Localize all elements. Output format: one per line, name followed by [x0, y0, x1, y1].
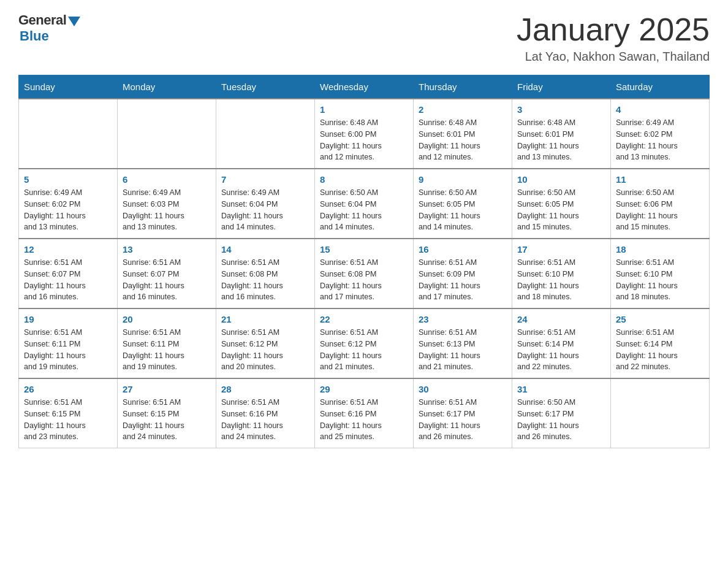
- calendar-cell: 20Sunrise: 6:51 AMSunset: 6:11 PMDayligh…: [118, 308, 216, 378]
- calendar-day-header: Monday: [118, 75, 216, 99]
- calendar-cell: 21Sunrise: 6:51 AMSunset: 6:12 PMDayligh…: [216, 308, 315, 378]
- calendar-day-header: Friday: [512, 75, 611, 99]
- calendar-cell: 2Sunrise: 6:48 AMSunset: 6:01 PMDaylight…: [414, 99, 512, 169]
- day-number: 8: [320, 174, 408, 185]
- calendar-cell: 8Sunrise: 6:50 AMSunset: 6:04 PMDaylight…: [315, 169, 414, 239]
- day-info: Sunrise: 6:49 AMSunset: 6:04 PMDaylight:…: [221, 187, 309, 233]
- day-number: 11: [616, 174, 704, 185]
- day-number: 4: [616, 104, 704, 115]
- calendar-cell: [611, 378, 710, 448]
- day-number: 1: [320, 104, 408, 115]
- calendar-cell: 24Sunrise: 6:51 AMSunset: 6:14 PMDayligh…: [512, 308, 611, 378]
- logo-general-text: General: [18, 12, 66, 28]
- calendar-cell: 15Sunrise: 6:51 AMSunset: 6:08 PMDayligh…: [315, 239, 414, 308]
- day-info: Sunrise: 6:49 AMSunset: 6:02 PMDaylight:…: [616, 117, 704, 163]
- title-section: January 2025 Lat Yao, Nakhon Sawan, Thai…: [517, 12, 710, 64]
- calendar-week-row: 19Sunrise: 6:51 AMSunset: 6:11 PMDayligh…: [19, 308, 710, 378]
- month-title: January 2025: [517, 12, 710, 47]
- day-number: 24: [517, 314, 605, 324]
- day-number: 22: [320, 314, 408, 324]
- calendar-week-row: 12Sunrise: 6:51 AMSunset: 6:07 PMDayligh…: [19, 239, 710, 308]
- calendar-week-row: 1Sunrise: 6:48 AMSunset: 6:00 PMDaylight…: [19, 99, 710, 169]
- day-number: 25: [616, 314, 704, 324]
- day-number: 30: [419, 384, 507, 394]
- logo-arrow-icon: [68, 17, 80, 26]
- day-number: 5: [24, 174, 112, 185]
- day-info: Sunrise: 6:51 AMSunset: 6:16 PMDaylight:…: [320, 397, 408, 443]
- calendar-cell: 3Sunrise: 6:48 AMSunset: 6:01 PMDaylight…: [512, 99, 611, 169]
- day-info: Sunrise: 6:51 AMSunset: 6:10 PMDaylight:…: [517, 257, 605, 303]
- calendar-cell: 27Sunrise: 6:51 AMSunset: 6:15 PMDayligh…: [118, 378, 216, 448]
- page-header: General Blue January 2025 Lat Yao, Nakho…: [18, 12, 710, 64]
- calendar-day-header: Thursday: [414, 75, 512, 99]
- calendar-cell: 22Sunrise: 6:51 AMSunset: 6:12 PMDayligh…: [315, 308, 414, 378]
- calendar-cell: 9Sunrise: 6:50 AMSunset: 6:05 PMDaylight…: [414, 169, 512, 239]
- calendar-cell: 14Sunrise: 6:51 AMSunset: 6:08 PMDayligh…: [216, 239, 315, 308]
- day-number: 9: [419, 174, 507, 185]
- calendar-day-header: Saturday: [611, 75, 710, 99]
- calendar-cell: 26Sunrise: 6:51 AMSunset: 6:15 PMDayligh…: [19, 378, 118, 448]
- calendar-cell: 19Sunrise: 6:51 AMSunset: 6:11 PMDayligh…: [19, 308, 118, 378]
- calendar-cell: 16Sunrise: 6:51 AMSunset: 6:09 PMDayligh…: [414, 239, 512, 308]
- calendar-cell: 4Sunrise: 6:49 AMSunset: 6:02 PMDaylight…: [611, 99, 710, 169]
- location-subtitle: Lat Yao, Nakhon Sawan, Thailand: [517, 50, 710, 64]
- calendar-cell: 31Sunrise: 6:50 AMSunset: 6:17 PMDayligh…: [512, 378, 611, 448]
- calendar-cell: 11Sunrise: 6:50 AMSunset: 6:06 PMDayligh…: [611, 169, 710, 239]
- day-info: Sunrise: 6:51 AMSunset: 6:17 PMDaylight:…: [419, 397, 507, 443]
- calendar-day-header: Sunday: [19, 75, 118, 99]
- day-info: Sunrise: 6:51 AMSunset: 6:10 PMDaylight:…: [616, 257, 704, 303]
- day-number: 28: [221, 384, 309, 394]
- day-info: Sunrise: 6:48 AMSunset: 6:01 PMDaylight:…: [419, 117, 507, 163]
- calendar-cell: 17Sunrise: 6:51 AMSunset: 6:10 PMDayligh…: [512, 239, 611, 308]
- day-info: Sunrise: 6:51 AMSunset: 6:11 PMDaylight:…: [123, 327, 211, 373]
- day-info: Sunrise: 6:51 AMSunset: 6:13 PMDaylight:…: [419, 327, 507, 373]
- calendar-cell: 10Sunrise: 6:50 AMSunset: 6:05 PMDayligh…: [512, 169, 611, 239]
- day-info: Sunrise: 6:51 AMSunset: 6:12 PMDaylight:…: [221, 327, 309, 373]
- calendar-week-row: 26Sunrise: 6:51 AMSunset: 6:15 PMDayligh…: [19, 378, 710, 448]
- day-info: Sunrise: 6:51 AMSunset: 6:15 PMDaylight:…: [123, 397, 211, 443]
- day-info: Sunrise: 6:51 AMSunset: 6:11 PMDaylight:…: [24, 327, 112, 373]
- day-info: Sunrise: 6:51 AMSunset: 6:16 PMDaylight:…: [221, 397, 309, 443]
- day-number: 23: [419, 314, 507, 324]
- day-info: Sunrise: 6:50 AMSunset: 6:05 PMDaylight:…: [517, 187, 605, 233]
- day-number: 14: [221, 244, 309, 255]
- calendar-cell: 30Sunrise: 6:51 AMSunset: 6:17 PMDayligh…: [414, 378, 512, 448]
- calendar-cell: 5Sunrise: 6:49 AMSunset: 6:02 PMDaylight…: [19, 169, 118, 239]
- day-number: 6: [123, 174, 211, 185]
- calendar-day-header: Tuesday: [216, 75, 315, 99]
- day-info: Sunrise: 6:51 AMSunset: 6:14 PMDaylight:…: [616, 327, 704, 373]
- calendar-cell: 28Sunrise: 6:51 AMSunset: 6:16 PMDayligh…: [216, 378, 315, 448]
- calendar-cell: 29Sunrise: 6:51 AMSunset: 6:16 PMDayligh…: [315, 378, 414, 448]
- calendar-cell: 1Sunrise: 6:48 AMSunset: 6:00 PMDaylight…: [315, 99, 414, 169]
- calendar-cell: 23Sunrise: 6:51 AMSunset: 6:13 PMDayligh…: [414, 308, 512, 378]
- calendar-cell: 18Sunrise: 6:51 AMSunset: 6:10 PMDayligh…: [611, 239, 710, 308]
- day-number: 7: [221, 174, 309, 185]
- day-number: 18: [616, 244, 704, 255]
- day-number: 2: [419, 104, 507, 115]
- day-number: 29: [320, 384, 408, 394]
- day-number: 20: [123, 314, 211, 324]
- calendar-cell: 12Sunrise: 6:51 AMSunset: 6:07 PMDayligh…: [19, 239, 118, 308]
- day-number: 13: [123, 244, 211, 255]
- day-info: Sunrise: 6:48 AMSunset: 6:00 PMDaylight:…: [320, 117, 408, 163]
- day-number: 19: [24, 314, 112, 324]
- day-info: Sunrise: 6:50 AMSunset: 6:05 PMDaylight:…: [419, 187, 507, 233]
- day-info: Sunrise: 6:50 AMSunset: 6:04 PMDaylight:…: [320, 187, 408, 233]
- day-info: Sunrise: 6:50 AMSunset: 6:06 PMDaylight:…: [616, 187, 704, 233]
- calendar-cell: [19, 99, 118, 169]
- day-number: 27: [123, 384, 211, 394]
- day-number: 17: [517, 244, 605, 255]
- day-info: Sunrise: 6:51 AMSunset: 6:08 PMDaylight:…: [320, 257, 408, 303]
- day-info: Sunrise: 6:51 AMSunset: 6:07 PMDaylight:…: [24, 257, 112, 303]
- day-number: 10: [517, 174, 605, 185]
- day-number: 3: [517, 104, 605, 115]
- calendar-table: SundayMondayTuesdayWednesdayThursdayFrid…: [18, 75, 710, 448]
- day-info: Sunrise: 6:50 AMSunset: 6:17 PMDaylight:…: [517, 397, 605, 443]
- day-number: 16: [419, 244, 507, 255]
- day-number: 21: [221, 314, 309, 324]
- day-info: Sunrise: 6:51 AMSunset: 6:15 PMDaylight:…: [24, 397, 112, 443]
- day-info: Sunrise: 6:49 AMSunset: 6:03 PMDaylight:…: [123, 187, 211, 233]
- calendar-cell: 25Sunrise: 6:51 AMSunset: 6:14 PMDayligh…: [611, 308, 710, 378]
- day-info: Sunrise: 6:51 AMSunset: 6:14 PMDaylight:…: [517, 327, 605, 373]
- day-number: 31: [517, 384, 605, 394]
